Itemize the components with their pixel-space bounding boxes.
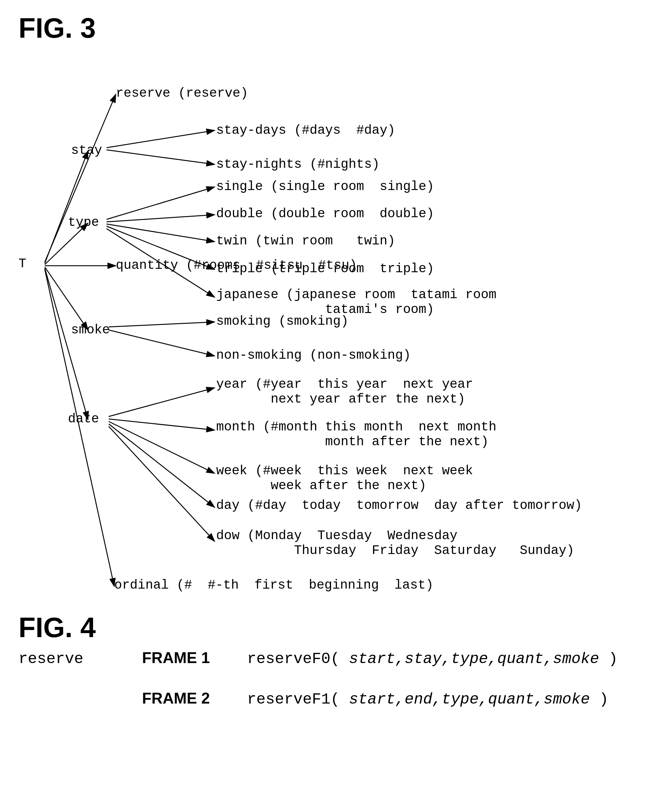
node-double: double (double room double) [216, 206, 434, 221]
fig4-label: FIG. 4 [18, 612, 96, 644]
node-reserve: reserve (reserve) [116, 86, 248, 101]
node-stay-days: stay-days (#days #day) [216, 123, 395, 138]
svg-line-21 [109, 426, 215, 541]
svg-line-16 [109, 330, 215, 356]
fig4-frame1-label: FRAME 1 [142, 649, 223, 667]
svg-line-11 [107, 215, 215, 222]
svg-line-15 [109, 322, 215, 327]
tree-diagram: T reserve (reserve) stay stay-days (#day… [0, 31, 651, 606]
svg-line-10 [107, 187, 215, 219]
fig4-reserve-label: reserve [18, 650, 117, 668]
node-week: week (#week this week next week week aft… [216, 464, 473, 493]
node-single: single (single room single) [216, 179, 434, 194]
svg-line-9 [107, 150, 215, 164]
svg-line-8 [107, 130, 215, 148]
svg-line-2 [45, 151, 88, 263]
node-type: type [68, 215, 99, 230]
svg-line-6 [45, 268, 88, 420]
node-year: year (#year this year next year next yea… [216, 377, 473, 407]
svg-line-18 [109, 419, 215, 430]
node-day: day (#day today tomorrow day after tomor… [216, 498, 582, 513]
node-smoke: smoke [71, 322, 110, 337]
node-month: month (#month this month next month mont… [216, 420, 496, 449]
page-container: FIG. 3 [0, 0, 651, 812]
node-T: T [18, 256, 26, 271]
node-date: date [68, 412, 99, 426]
svg-line-17 [109, 388, 215, 417]
node-dow: dow (Monday Tuesday Wednesday Thursday F… [216, 528, 574, 558]
fig4-content: reserve FRAME 1 reserveF0( start,stay,ty… [18, 649, 636, 733]
fig4-frame1-func: reserveF0( start,stay,type,quant,smoke ) [247, 650, 617, 668]
node-stay-nights: stay-nights (#nights) [216, 157, 380, 172]
fig4-frame2-label: FRAME 2 [142, 689, 223, 707]
svg-line-1 [45, 94, 116, 262]
node-japanese: japanese (japanese room tatami room tata… [216, 287, 496, 317]
fig4-frame2-func: reserveF1( start,end,type,quant,smoke ) [247, 691, 608, 708]
node-ordinal: ordinal (# #-th first beginning last) [114, 578, 433, 593]
node-nonsmoking: non-smoking (non-smoking) [216, 348, 411, 363]
node-quantity: quantity (#rooms #sitsu #tsu) [116, 258, 357, 273]
node-stay: stay [71, 143, 102, 158]
node-twin: twin (twin room twin) [216, 234, 395, 249]
node-smoking: smoking (smoking) [216, 314, 348, 329]
